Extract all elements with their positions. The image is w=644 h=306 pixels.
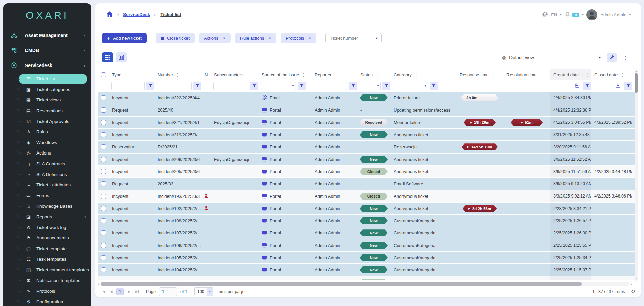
row-checkbox[interactable] (101, 157, 106, 162)
column-menu-icon[interactable]: ⋮ (414, 72, 418, 77)
table-row[interactable]: IncydentIncident/193/2025/3/3PortalAdmin… (98, 190, 635, 203)
table-row[interactable]: IncydentIncident/108/2025/2/...PortalAdm… (98, 215, 635, 227)
more-options-icon[interactable]: ⋮ (621, 55, 629, 61)
rule-actions-button[interactable]: Rule actions ▼ (235, 33, 276, 43)
row-checkbox[interactable] (101, 218, 106, 223)
filter-funnel-button[interactable] (193, 82, 201, 90)
table-row[interactable]: IncydentIncident/192/2025/2/...PortalAdm… (98, 203, 635, 215)
row-checkbox[interactable] (101, 120, 106, 125)
actions-button[interactable]: Actions ▼ (199, 33, 231, 43)
filter-funnel-button[interactable] (583, 82, 591, 90)
sidebar-section-cmdb[interactable]: CMDB ▾ (3, 43, 91, 58)
table-row[interactable]: IncydentIncident/105/2025/2/...PortalAdm… (98, 252, 635, 264)
select-all-checkbox[interactable] (101, 72, 106, 77)
add-new-ticket-button[interactable]: + Add new ticket (102, 33, 147, 43)
column-menu-icon[interactable]: ⋮ (334, 72, 338, 77)
view-selector[interactable]: ◎ Default view ▼ (502, 53, 603, 62)
column-menu-icon[interactable]: ⋮ (124, 72, 128, 77)
filter-funnel-button[interactable] (250, 82, 258, 90)
scroll-up-icon[interactable]: ▴ (636, 69, 637, 73)
filter-funnel-button[interactable] (430, 82, 438, 90)
notification-count-badge[interactable]: 0 (572, 13, 579, 17)
table-row[interactable]: IncydentIncident/106/2025/2/...PortalAdm… (98, 239, 635, 252)
sidebar-section-asset-management[interactable]: Asset Management ▾ (3, 28, 91, 43)
filter-input-type[interactable] (111, 82, 145, 90)
close-ticket-button[interactable]: Close ticket (156, 33, 195, 43)
column-menu-icon[interactable]: ⋮ (301, 72, 306, 77)
filter-funnel-button[interactable] (349, 82, 357, 90)
table-row[interactable]: IncydentIncident/321/2025/4/1EdycjaOrgan… (98, 117, 635, 129)
row-checkbox[interactable] (101, 169, 106, 174)
table-row[interactable]: IncydentIncident/319/2025/3/...PortalAdm… (98, 129, 635, 141)
first-page-button[interactable]: ◀ (101, 290, 106, 293)
filter-input-reporter[interactable] (314, 82, 347, 90)
chevron-down-icon[interactable]: ▾ (629, 13, 631, 16)
scroll-left-icon[interactable]: ◂ (98, 282, 101, 286)
filter-input-source[interactable]: ▾ (261, 82, 296, 90)
sidebar-item-ticket-list[interactable]: ☰Ticket list (19, 74, 87, 84)
row-checkbox[interactable] (101, 255, 106, 260)
items-per-page-select[interactable]: 100 ▼ (194, 287, 213, 296)
column-menu-icon[interactable]: ⋮ (375, 72, 379, 77)
table-row[interactable]: IncydentIncident/322/2025/4/4@EmailAdmin… (98, 92, 635, 104)
column-menu-icon[interactable]: ⋮ (491, 72, 495, 77)
filter-funnel-button[interactable] (298, 82, 306, 90)
table-row[interactable]: ReservationR/2025/21PortalAdmin Admin-Re… (98, 141, 635, 154)
grid-view-button[interactable] (102, 52, 113, 62)
vertical-scroll-thumb[interactable] (635, 73, 638, 93)
next-page-button[interactable]: ▶ (127, 290, 131, 293)
row-checkbox[interactable] (101, 107, 106, 113)
language-selector[interactable]: EN (551, 12, 557, 17)
last-page-button[interactable]: ▶ (135, 290, 140, 293)
avatar[interactable] (586, 9, 597, 20)
filter-input-subcontractors[interactable] (213, 82, 248, 90)
settings-gear-icon[interactable] (542, 11, 548, 18)
table-row[interactable]: IncydentIncident/206/2025/3/6EdycjaOrgan… (98, 154, 635, 166)
view-settings-button[interactable] (607, 53, 617, 62)
row-checkbox[interactable] (101, 132, 106, 137)
column-menu-icon[interactable]: ⋮ (539, 72, 543, 77)
refresh-icon[interactable]: ↻ (631, 288, 635, 295)
row-checkbox[interactable] (101, 95, 106, 100)
chevron-down-icon[interactable]: ▾ (582, 13, 583, 16)
chevron-down-icon[interactable]: ▾ (560, 13, 561, 16)
row-checkbox[interactable] (101, 206, 106, 211)
vertical-scrollbar[interactable]: ▴ ▾ (635, 69, 638, 281)
column-menu-icon[interactable]: ⋮ (586, 72, 590, 77)
row-checkbox[interactable] (101, 181, 106, 186)
breadcrumb-servicedesk[interactable]: ServiceDesk (123, 12, 150, 17)
row-checkbox[interactable] (101, 267, 106, 272)
column-menu-icon[interactable]: ⋮ (620, 72, 624, 77)
scroll-right-icon[interactable]: ▸ (629, 282, 632, 286)
user-name[interactable]: Admin Admin (600, 12, 626, 17)
column-menu-icon[interactable]: ⋮ (246, 72, 250, 77)
filter-funnel-button[interactable] (624, 82, 632, 90)
page-number-input[interactable] (159, 287, 177, 296)
sidebar-item-configuration[interactable]: ⚙Configuration (3, 296, 91, 306)
table-row[interactable]: IncydentIncident/107/2025/2/...PortalAdm… (98, 227, 635, 240)
bell-icon[interactable] (565, 11, 570, 18)
table-row[interactable]: IncydentIncident/104/2025/2/...PortalAdm… (98, 264, 635, 276)
table-row[interactable] (98, 276, 635, 280)
ticket-number-input[interactable] (330, 35, 375, 41)
row-checkbox[interactable] (101, 194, 106, 199)
kanban-view-button[interactable] (116, 52, 127, 62)
table-row[interactable]: Request2025/40PortalAdmin Admin-Updating… (98, 104, 635, 117)
filter-input-created[interactable] (553, 82, 581, 90)
column-menu-icon[interactable]: ⋮ (175, 72, 180, 77)
ticket-number-combobox[interactable]: ▼ (325, 33, 382, 43)
scroll-down-icon[interactable]: ▾ (636, 277, 637, 281)
row-checkbox[interactable] (101, 243, 106, 248)
filter-input-status[interactable]: ▾ (360, 82, 381, 90)
row-checkbox[interactable] (101, 230, 106, 235)
table-row[interactable]: Request2025/33PortalAdmin Admin-Email So… (98, 178, 635, 190)
filter-input-number[interactable] (157, 82, 192, 90)
row-checkbox[interactable] (101, 144, 106, 149)
filter-input-closed[interactable] (594, 82, 622, 90)
home-icon[interactable] (107, 11, 113, 18)
filter-funnel-button[interactable] (382, 82, 390, 90)
previous-page-button[interactable]: ◀ (109, 290, 113, 293)
filter-funnel-button[interactable] (146, 82, 154, 90)
filter-input-category[interactable]: ▾ (393, 82, 428, 90)
breadcrumb-ticket-list[interactable]: Ticket list (160, 12, 181, 17)
